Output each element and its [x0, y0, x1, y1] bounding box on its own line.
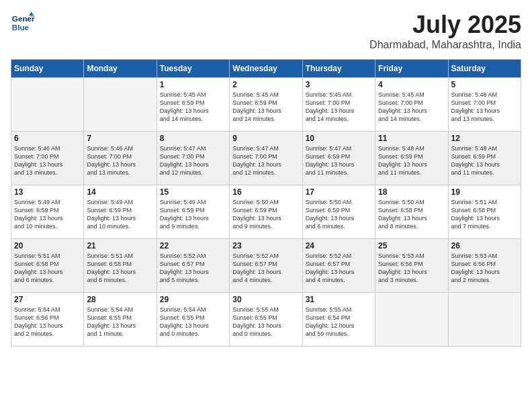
day-number: 2 — [232, 80, 299, 89]
day-info: Sunrise: 5:51 AM Sunset: 6:58 PM Dayligh… — [14, 252, 81, 285]
day-info: Sunrise: 5:55 AM Sunset: 6:54 PM Dayligh… — [306, 306, 372, 338]
col-sunday: Sunday — [11, 60, 84, 78]
day-number: 7 — [87, 134, 153, 143]
day-info: Sunrise: 5:50 AM Sunset: 6:58 PM Dayligh… — [378, 198, 445, 231]
day-info: Sunrise: 5:54 AM Sunset: 6:55 PM Dayligh… — [160, 306, 226, 338]
table-row: 8Sunrise: 5:47 AM Sunset: 7:00 PM Daylig… — [157, 132, 229, 185]
calendar-week-row: 6Sunrise: 5:46 AM Sunset: 7:00 PM Daylig… — [11, 132, 521, 185]
day-number: 20 — [14, 241, 81, 250]
day-info: Sunrise: 5:49 AM Sunset: 6:59 PM Dayligh… — [14, 198, 81, 231]
table-row: 18Sunrise: 5:50 AM Sunset: 6:58 PM Dayli… — [375, 185, 448, 239]
day-number: 19 — [451, 187, 518, 197]
table-row: 10Sunrise: 5:47 AM Sunset: 6:59 PM Dayli… — [302, 132, 375, 185]
table-row: 30Sunrise: 5:55 AM Sunset: 6:55 PM Dayli… — [230, 293, 302, 347]
day-number: 12 — [451, 134, 518, 143]
table-row: 16Sunrise: 5:50 AM Sunset: 6:59 PM Dayli… — [230, 185, 302, 239]
table-row: 14Sunrise: 5:49 AM Sunset: 6:59 PM Dayli… — [84, 185, 157, 239]
day-info: Sunrise: 5:53 AM Sunset: 6:56 PM Dayligh… — [378, 252, 445, 285]
day-number: 5 — [451, 80, 518, 89]
col-friday: Friday — [375, 60, 448, 78]
month-year: July 2025 — [369, 11, 521, 39]
table-row — [84, 78, 157, 132]
table-row: 27Sunrise: 5:54 AM Sunset: 6:56 PM Dayli… — [11, 293, 84, 347]
table-row: 21Sunrise: 5:51 AM Sunset: 6:58 PM Dayli… — [84, 239, 157, 293]
table-row: 28Sunrise: 5:54 AM Sunset: 6:55 PM Dayli… — [84, 293, 157, 347]
calendar-week-row: 27Sunrise: 5:54 AM Sunset: 6:56 PM Dayli… — [11, 293, 521, 347]
day-number: 31 — [306, 295, 372, 304]
table-row: 19Sunrise: 5:51 AM Sunset: 6:58 PM Dayli… — [448, 185, 521, 239]
day-info: Sunrise: 5:46 AM Sunset: 7:00 PM Dayligh… — [14, 144, 81, 177]
day-number: 26 — [451, 241, 518, 250]
day-info: Sunrise: 5:49 AM Sunset: 6:59 PM Dayligh… — [160, 198, 226, 231]
calendar-week-row: 20Sunrise: 5:51 AM Sunset: 6:58 PM Dayli… — [11, 239, 521, 293]
day-number: 11 — [378, 134, 445, 143]
day-info: Sunrise: 5:45 AM Sunset: 7:00 PM Dayligh… — [378, 91, 445, 124]
day-number: 1 — [160, 80, 226, 89]
day-number: 27 — [14, 295, 81, 304]
table-row: 1Sunrise: 5:45 AM Sunset: 6:59 PM Daylig… — [157, 78, 229, 132]
location: Dharmabad, Maharashtra, India — [369, 39, 521, 51]
day-info: Sunrise: 5:51 AM Sunset: 6:58 PM Dayligh… — [451, 198, 518, 231]
day-info: Sunrise: 5:47 AM Sunset: 7:00 PM Dayligh… — [232, 144, 299, 177]
table-row: 24Sunrise: 5:52 AM Sunset: 6:57 PM Dayli… — [302, 239, 375, 293]
day-info: Sunrise: 5:55 AM Sunset: 6:55 PM Dayligh… — [232, 306, 299, 338]
col-thursday: Thursday — [302, 60, 375, 78]
day-info: Sunrise: 5:46 AM Sunset: 7:00 PM Dayligh… — [451, 91, 518, 124]
table-row: 31Sunrise: 5:55 AM Sunset: 6:54 PM Dayli… — [302, 293, 375, 347]
title-block: July 2025 Dharmabad, Maharashtra, India — [369, 11, 521, 51]
col-wednesday: Wednesday — [230, 60, 302, 78]
day-info: Sunrise: 5:54 AM Sunset: 6:55 PM Dayligh… — [87, 306, 153, 338]
day-info: Sunrise: 5:48 AM Sunset: 6:59 PM Dayligh… — [451, 144, 518, 177]
day-number: 10 — [306, 134, 372, 143]
day-number: 30 — [232, 295, 299, 304]
table-row — [448, 293, 521, 347]
day-info: Sunrise: 5:48 AM Sunset: 6:59 PM Dayligh… — [378, 144, 445, 177]
logo-icon: General Blue — [11, 11, 35, 35]
table-row — [375, 293, 448, 347]
table-row: 22Sunrise: 5:52 AM Sunset: 6:57 PM Dayli… — [157, 239, 229, 293]
table-row: 7Sunrise: 5:46 AM Sunset: 7:00 PM Daylig… — [84, 132, 157, 185]
calendar-week-row: 1Sunrise: 5:45 AM Sunset: 6:59 PM Daylig… — [11, 78, 521, 132]
table-row: 15Sunrise: 5:49 AM Sunset: 6:59 PM Dayli… — [157, 185, 229, 239]
day-number: 23 — [232, 241, 299, 250]
table-row: 3Sunrise: 5:45 AM Sunset: 7:00 PM Daylig… — [302, 78, 375, 132]
day-number: 8 — [160, 134, 226, 143]
table-row: 5Sunrise: 5:46 AM Sunset: 7:00 PM Daylig… — [448, 78, 521, 132]
table-row: 9Sunrise: 5:47 AM Sunset: 7:00 PM Daylig… — [230, 132, 302, 185]
day-number: 14 — [87, 187, 153, 197]
day-number: 18 — [378, 187, 445, 197]
table-row: 11Sunrise: 5:48 AM Sunset: 6:59 PM Dayli… — [375, 132, 448, 185]
table-row: 29Sunrise: 5:54 AM Sunset: 6:55 PM Dayli… — [157, 293, 229, 347]
day-info: Sunrise: 5:52 AM Sunset: 6:57 PM Dayligh… — [232, 252, 299, 285]
table-row: 2Sunrise: 5:45 AM Sunset: 6:59 PM Daylig… — [230, 78, 302, 132]
svg-text:Blue: Blue — [12, 23, 30, 32]
page-header: General Blue July 2025 Dharmabad, Mahara… — [11, 11, 521, 51]
day-info: Sunrise: 5:53 AM Sunset: 6:56 PM Dayligh… — [451, 252, 518, 285]
calendar-week-row: 13Sunrise: 5:49 AM Sunset: 6:59 PM Dayli… — [11, 185, 521, 239]
day-info: Sunrise: 5:52 AM Sunset: 6:57 PM Dayligh… — [160, 252, 226, 285]
table-row: 26Sunrise: 5:53 AM Sunset: 6:56 PM Dayli… — [448, 239, 521, 293]
calendar: Sunday Monday Tuesday Wednesday Thursday… — [11, 59, 521, 347]
day-info: Sunrise: 5:52 AM Sunset: 6:57 PM Dayligh… — [306, 252, 372, 285]
table-row: 25Sunrise: 5:53 AM Sunset: 6:56 PM Dayli… — [375, 239, 448, 293]
col-monday: Monday — [84, 60, 157, 78]
day-info: Sunrise: 5:46 AM Sunset: 7:00 PM Dayligh… — [87, 144, 153, 177]
day-number: 21 — [87, 241, 153, 250]
day-info: Sunrise: 5:51 AM Sunset: 6:58 PM Dayligh… — [87, 252, 153, 285]
table-row — [11, 78, 84, 132]
day-info: Sunrise: 5:50 AM Sunset: 6:59 PM Dayligh… — [232, 198, 299, 231]
day-number: 28 — [87, 295, 153, 304]
col-saturday: Saturday — [448, 60, 521, 78]
table-row: 12Sunrise: 5:48 AM Sunset: 6:59 PM Dayli… — [448, 132, 521, 185]
day-info: Sunrise: 5:50 AM Sunset: 6:59 PM Dayligh… — [306, 198, 372, 231]
col-tuesday: Tuesday — [157, 60, 229, 78]
day-number: 3 — [306, 80, 372, 89]
day-info: Sunrise: 5:54 AM Sunset: 6:56 PM Dayligh… — [14, 306, 81, 338]
day-number: 4 — [378, 80, 445, 89]
logo: General Blue — [11, 11, 38, 35]
table-row: 20Sunrise: 5:51 AM Sunset: 6:58 PM Dayli… — [11, 239, 84, 293]
day-number: 6 — [14, 134, 81, 143]
day-number: 9 — [232, 134, 299, 143]
day-number: 15 — [160, 187, 226, 197]
day-number: 13 — [14, 187, 81, 197]
